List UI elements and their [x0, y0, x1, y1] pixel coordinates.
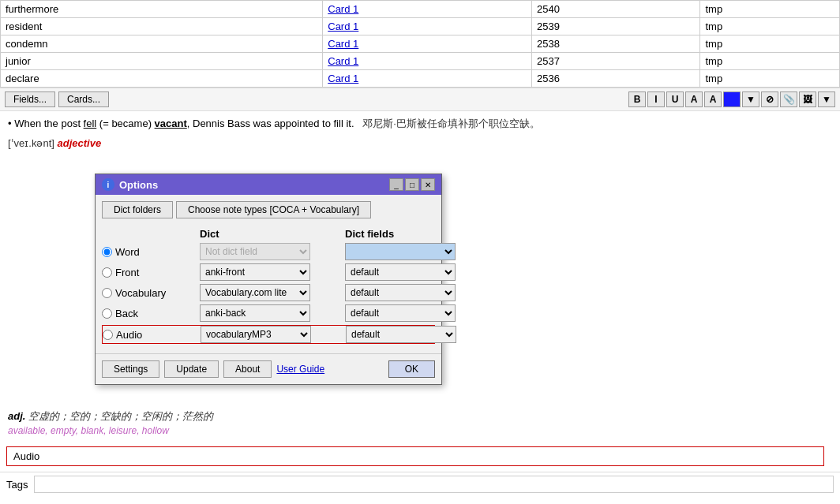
titlebar-buttons: _ □ ✕ [389, 178, 435, 191]
word-dict-select[interactable]: Not dict field [200, 243, 310, 260]
col-dict-fields: Dict fields [345, 228, 471, 240]
audio-row: Audio vocabularyMP3 default [102, 325, 435, 344]
editor-bottom: adj. 空虚的；空的；空缺的；空闲的；茫然的 available, empty… [0, 405, 840, 441]
audio-label: Audio [13, 450, 39, 462]
dict-folders-tab[interactable]: Dict folders [102, 201, 173, 218]
settings-button[interactable]: Settings [102, 360, 159, 378]
tags-label: Tags [6, 479, 28, 491]
back-dict-select[interactable]: anki-back [200, 304, 310, 322]
dialog-titlebar: i Options _ □ ✕ [96, 174, 441, 195]
update-button[interactable]: Update [164, 360, 219, 378]
minimize-button[interactable]: _ [389, 178, 403, 191]
choose-note-types-tab[interactable]: Choose note types [COCA + Vocabulary] [176, 201, 371, 218]
restore-button[interactable]: □ [405, 178, 419, 191]
dialog-icon: i [102, 178, 114, 191]
dialog-body: Dict folders Choose note types [COCA + V… [96, 195, 441, 353]
vocabulary-dict-select[interactable]: Vocabulary.com lite [200, 284, 310, 301]
tab-buttons: Dict folders Choose note types [COCA + V… [102, 201, 435, 218]
tags-area: Tags [0, 472, 840, 496]
tags-input[interactable] [34, 476, 834, 493]
close-button[interactable]: ✕ [421, 178, 435, 191]
dialog-footer: Settings Update About User Guide OK [96, 353, 441, 384]
vocabulary-radio[interactable] [102, 288, 112, 298]
ok-button[interactable]: OK [388, 360, 435, 378]
audio-field-select[interactable]: default [346, 326, 456, 343]
front-dict-select[interactable]: anki-front [200, 263, 310, 281]
audio-radio[interactable] [103, 330, 113, 340]
def-synonyms: available, empty, blank, leisure, hollow [8, 425, 832, 436]
word-radio[interactable] [102, 247, 112, 257]
front-row: Front anki-front default [102, 263, 435, 281]
about-button[interactable]: About [223, 360, 272, 378]
vocabulary-field-select[interactable]: default [345, 284, 456, 301]
back-radio[interactable] [102, 308, 112, 319]
vocabulary-row: Vocabulary Vocabulary.com lite default [102, 284, 435, 301]
user-guide-link[interactable]: User Guide [276, 364, 324, 375]
front-field-select[interactable]: default [345, 263, 456, 281]
definition-line: adj. 空虚的；空的；空缺的；空闲的；茫然的 [8, 409, 832, 424]
back-field-select[interactable]: default [345, 304, 456, 322]
back-row: Back anki-back default [102, 304, 435, 322]
col-dict: Dict [200, 228, 342, 240]
options-dialog: i Options _ □ ✕ Dict folders Choose note… [95, 174, 442, 385]
word-row: Word Not dict field [102, 243, 435, 260]
front-radio[interactable] [102, 267, 112, 278]
audio-field-editor: Audio [6, 446, 824, 466]
word-field-select[interactable] [345, 243, 456, 260]
audio-dict-select[interactable]: vocabularyMP3 [201, 326, 311, 343]
grid-header: Dict Dict fields [102, 225, 435, 243]
dialog-title: Options [119, 179, 158, 191]
